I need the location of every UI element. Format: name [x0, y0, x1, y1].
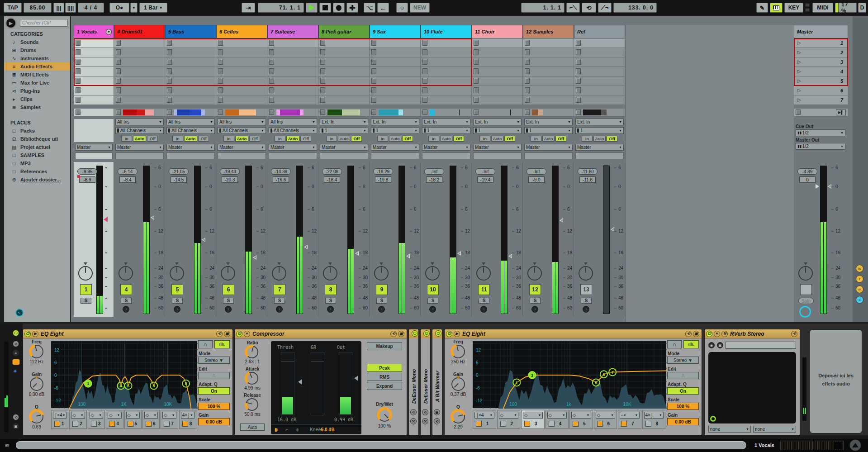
clip-stop-icon[interactable] — [320, 109, 325, 115]
group-fold-icon[interactable]: ▼ — [106, 29, 112, 35]
arm-button[interactable]: ◔ — [429, 306, 436, 313]
clip-row[interactable] — [421, 109, 472, 117]
clip-slot[interactable] — [523, 57, 574, 67]
clip-slot[interactable] — [421, 57, 472, 67]
adaptq-button[interactable]: On — [667, 387, 699, 395]
peak-level-display[interactable]: -22.08 — [322, 168, 342, 175]
clip-slot[interactable] — [472, 57, 523, 67]
load-preset-icon[interactable]: ◉ — [708, 342, 715, 348]
eq-band-6[interactable]: ◇▼6 — [594, 410, 617, 429]
band-enable-checkbox[interactable] — [164, 421, 170, 427]
scene-slot[interactable]: ▷2 — [794, 48, 848, 57]
browser-back-icon[interactable]: ↖ — [15, 309, 24, 317]
band-filter-chooser[interactable]: ⌐<▼ — [620, 412, 640, 419]
hot-swap-icon[interactable]: ⟲ — [13, 414, 19, 420]
volume-field[interactable]: -11.6 — [579, 176, 596, 183]
clip-slot[interactable] — [370, 67, 421, 76]
clip-stop-icon[interactable] — [218, 59, 223, 65]
output-chooser[interactable]: Master▼ — [473, 144, 522, 151]
clip-stop-icon[interactable] — [576, 40, 581, 46]
pan-knob[interactable] — [374, 266, 389, 281]
clip-stop-icon[interactable] — [218, 109, 223, 115]
clip-slot[interactable] — [74, 67, 114, 76]
solo-button[interactable]: S — [81, 298, 91, 304]
clip-slot[interactable] — [318, 86, 370, 95]
scene-play-icon[interactable]: ▷ — [797, 50, 801, 55]
clip-slot[interactable] — [574, 76, 625, 86]
mixer-section-toggle[interactable]: m — [856, 285, 863, 293]
xy-handle[interactable] — [710, 416, 716, 422]
solo-button[interactable]: Solo — [798, 298, 814, 304]
monitor-in-button[interactable]: In — [223, 136, 234, 142]
band-filter-chooser[interactable]: ◇▼ — [71, 412, 85, 419]
clip-slot[interactable] — [74, 57, 114, 67]
clip-stop-icon[interactable] — [474, 87, 479, 93]
clip-stop-icon[interactable] — [116, 87, 121, 93]
track-activator[interactable]: 8 — [325, 284, 337, 295]
output-arrow[interactable] — [354, 376, 358, 381]
volume-field[interactable]: -19.8 — [375, 176, 391, 183]
sidebar-item-references[interactable]: □References — [4, 167, 70, 176]
input-channel-chooser[interactable]: 1▼ — [473, 127, 522, 134]
knee-value[interactable]: 6.0 dB — [321, 427, 335, 432]
peak-level-display[interactable]: -Inf — [424, 168, 444, 175]
mini-clip[interactable] — [276, 109, 280, 115]
clip-stop-icon[interactable] — [576, 78, 581, 84]
arrangement-position-field[interactable]: 71. 1. 1 — [258, 3, 304, 13]
track-header[interactable]: 12 Samples — [523, 25, 574, 38]
pan-knob[interactable] — [323, 266, 337, 281]
clip-stop-icon[interactable] — [422, 59, 427, 65]
monitor-off-button[interactable]: Off — [351, 136, 362, 142]
clip-stop-icon[interactable] — [116, 78, 121, 84]
band-filter-chooser[interactable]: ⌠×4▼ — [53, 412, 66, 419]
clip-stop-icon[interactable] — [320, 40, 325, 46]
arm-button[interactable]: ◔ — [480, 306, 487, 313]
clip-slot[interactable] — [216, 76, 267, 86]
clip-stop-icon[interactable] — [116, 68, 121, 74]
makeup-button[interactable]: Makeup — [367, 342, 402, 350]
sidebar-item-midi-effects[interactable]: ≣MIDI Effects — [4, 71, 70, 79]
clip-stop-icon[interactable] — [269, 109, 274, 115]
clip-row[interactable] — [216, 109, 267, 117]
device-title-bar[interactable]: ⏻▶EQ Eight⟲▣ — [23, 329, 232, 338]
hand-tool-icon[interactable]: ✦ — [13, 368, 19, 375]
monitor-auto-button[interactable]: Auto — [184, 136, 198, 142]
clip-slot[interactable] — [318, 76, 370, 86]
adaptq-button[interactable]: On — [198, 387, 230, 395]
transfer-curve-icon[interactable]: ⌐ — [285, 427, 288, 432]
track-header[interactable]: 9 Sax — [370, 25, 421, 38]
volume-field[interactable]: -16.6 — [273, 176, 289, 183]
mini-clip[interactable] — [430, 109, 435, 115]
clip-slot[interactable] — [216, 38, 267, 48]
track-header[interactable]: 8 Pick guitar — [318, 25, 370, 38]
clip-slot[interactable] — [114, 57, 165, 67]
peak-mode-button[interactable]: Peak — [367, 364, 402, 372]
mini-clip[interactable] — [327, 109, 342, 115]
tap-button[interactable]: TAP — [4, 3, 22, 13]
output-chooser[interactable]: Master▼ — [75, 144, 113, 151]
clip-overview-thumbnail[interactable] — [814, 441, 844, 450]
clip-slot[interactable] — [574, 86, 625, 95]
peak-level-display[interactable]: -9.95 — [77, 168, 97, 175]
mode-chooser[interactable]: Stereo ▼ — [667, 357, 699, 364]
clip-row[interactable] — [114, 109, 165, 117]
crossfade-cell[interactable] — [115, 152, 164, 159]
mini-clip[interactable] — [123, 109, 137, 115]
clip-slot[interactable] — [216, 95, 267, 105]
clip-slot[interactable] — [421, 48, 472, 57]
clip-stop-icon[interactable] — [525, 59, 530, 65]
input-channel-chooser[interactable]: All Channels▼ — [166, 127, 215, 134]
output-gain-field[interactable]: 0.00 dB — [198, 418, 230, 425]
clip-stop-icon[interactable] — [576, 109, 581, 115]
plugin-param-select-2[interactable]: none▼ — [753, 426, 796, 433]
band-filter-chooser[interactable]: ◇▼ — [596, 412, 616, 419]
track-header[interactable]: Ref — [574, 25, 625, 38]
clip-slot[interactable] — [421, 95, 472, 105]
scene-play-icon[interactable]: ▷ — [797, 78, 801, 83]
unfold-icon[interactable]: ▶ — [454, 331, 460, 337]
device-view-selected-icon[interactable] — [12, 359, 20, 365]
clip-row[interactable] — [574, 109, 625, 117]
clip-stop-icon[interactable] — [269, 87, 274, 93]
volume-field[interactable]: -19.4 — [477, 176, 493, 183]
monitor-in-button[interactable]: In — [479, 136, 490, 142]
